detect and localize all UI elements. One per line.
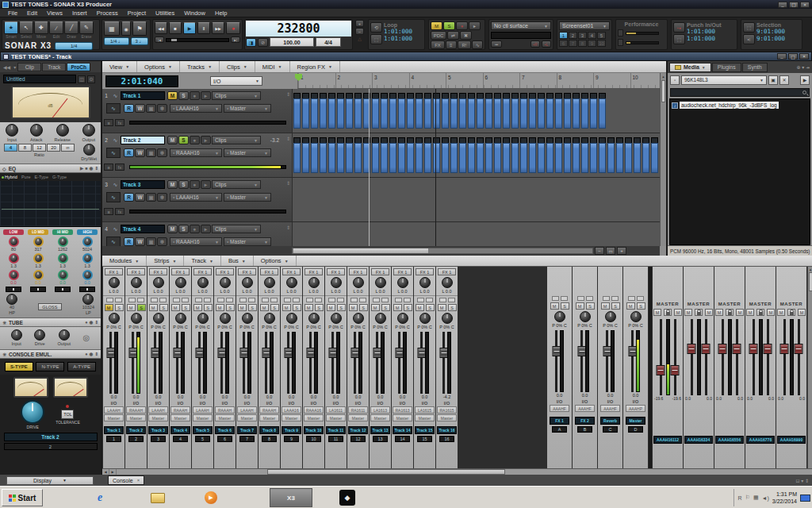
input-echo-button[interactable]: ▸ [201, 180, 211, 189]
rewind-button[interactable]: ◀◀ [155, 22, 167, 34]
send-pan-knob[interactable] [331, 277, 342, 288]
audio-clip[interactable] [407, 137, 414, 173]
track-view-vscrollbar[interactable]: ▲ [660, 73, 666, 246]
zoom-fit-button[interactable]: ▭ [606, 247, 615, 255]
metronome-toggle[interactable]: ◨ [246, 38, 256, 47]
input-dropdown[interactable]: ▫ RAAAH16▼ [170, 148, 222, 157]
audio-clip[interactable] [485, 93, 492, 129]
audio-clip[interactable] [337, 93, 344, 129]
fader-cap[interactable] [657, 365, 665, 375]
fx-bin-button[interactable]: ▣ [146, 193, 156, 202]
phase-button[interactable] [239, 298, 247, 302]
audio-clip[interactable] [398, 93, 405, 129]
console-track-strip[interactable]: FX 1L 0.0MSP 0% C0.0I/ORA1611MasterTrack… [347, 267, 369, 468]
tube-output-knob[interactable] [59, 329, 70, 341]
automation-write-button[interactable]: W [135, 148, 145, 157]
strip-solo-button[interactable]: S [561, 302, 569, 310]
track-name-field[interactable]: Track 1 [121, 91, 165, 100]
send-pan-knob[interactable] [153, 277, 164, 288]
console-menu-bus[interactable]: Bus▼ [221, 256, 254, 266]
audio-clip[interactable] [433, 93, 440, 129]
strip-input-button[interactable]: AAAHP [626, 405, 645, 412]
strip-input-button[interactable]: RA1615 [437, 406, 457, 414]
time-plus-button[interactable]: + [355, 20, 364, 27]
menu-help[interactable]: Help [210, 10, 232, 17]
hscroll-thumb[interactable] [293, 248, 428, 253]
audio-clip[interactable] [651, 137, 658, 173]
left-mute-button[interactable]: M [653, 309, 661, 316]
strip-solo-button[interactable]: S [586, 302, 595, 310]
folder-icon[interactable] [151, 493, 165, 503]
screenset-2[interactable]: 2 [569, 32, 577, 39]
file-list-item[interactable]: ♪ audiocheck.net_hdchirp_96k_-3dBFS_log [672, 102, 808, 109]
maximize-button[interactable]: ▢ [789, 2, 799, 8]
record-arm-button[interactable]: R [124, 193, 134, 202]
browser-tab-synth[interactable]: Synth [742, 63, 768, 72]
phase-button[interactable] [328, 298, 335, 302]
track-view-now-time[interactable]: 2:01:040 [105, 75, 178, 87]
strip-mute-button[interactable]: M [416, 304, 424, 311]
audio-clip[interactable] [494, 93, 501, 129]
audio-clip[interactable] [311, 93, 318, 129]
console-track-strip[interactable]: FX 1L 0.0MSP 0% C0.0I/OLAAAHMasterTrack … [103, 267, 124, 468]
console-hscroll-thumb[interactable] [267, 469, 505, 475]
clip-lane[interactable] [292, 133, 660, 177]
eq-tab-g-type[interactable]: G-Type [52, 175, 67, 179]
phase-button[interactable] [195, 298, 202, 302]
tempo-display[interactable]: 100.00 [270, 37, 314, 47]
right-fader[interactable] [798, 319, 800, 395]
tube-module-header[interactable]: ✳TUBE ●◉⇕ [0, 318, 101, 327]
expand-icon[interactable]: ⇕ [286, 136, 290, 141]
eq-freq-knob[interactable] [9, 237, 19, 247]
left-mute-button[interactable]: M [746, 309, 754, 316]
fader-cap[interactable] [780, 344, 789, 354]
fader-cap[interactable] [749, 344, 758, 354]
menu-insert[interactable]: Insert [67, 10, 92, 17]
selection-from-time[interactable]: 9:01:000 [756, 28, 785, 35]
phase-button[interactable] [306, 298, 313, 302]
ratio-4-button[interactable]: 4 [4, 144, 17, 152]
audio-clip[interactable] [625, 137, 632, 173]
solo-button[interactable]: S [178, 136, 189, 144]
console-track-strip[interactable]: FX 1L 0.0MSP 0% C0.0I/OLA1611MasterTrack… [325, 267, 347, 468]
audio-clip[interactable] [573, 137, 580, 173]
audio-clip[interactable] [520, 93, 527, 129]
audio-clip[interactable] [337, 137, 344, 173]
left-fader[interactable] [753, 319, 755, 395]
screenset-8[interactable]: 8 [578, 40, 587, 47]
punch-out-time[interactable]: 1:01:000 [687, 35, 722, 42]
fx-send-slot[interactable]: FX 1 [149, 268, 167, 275]
console-menu-options[interactable]: Options▼ [254, 256, 297, 266]
audio-clip[interactable] [459, 137, 466, 173]
strip-input-button[interactable]: LAAAH [193, 406, 213, 414]
right-fader[interactable] [705, 319, 707, 395]
fx-send-slot[interactable]: FX 1 [127, 268, 145, 275]
console-track-strip[interactable]: FX 1L 0.0MSP 0% C0.0I/OLA1613MasterTrack… [370, 267, 391, 468]
channel-fader[interactable] [287, 332, 289, 394]
track-view-hscrollbar[interactable]: − ▭ + [102, 246, 660, 256]
strip-output-button[interactable]: Master [282, 414, 301, 421]
track-menu-view[interactable]: View▼ [102, 61, 137, 72]
phase-button[interactable] [173, 298, 180, 302]
strip-mute-button[interactable]: M [216, 304, 224, 311]
vscroll-thumb[interactable] [661, 80, 665, 102]
strip-output-button[interactable]: Master [170, 414, 190, 421]
console-bus-strip[interactable]: MSP 0% C0.0I/OAAAHFFX 1A [547, 267, 572, 468]
audio-clip[interactable] [389, 93, 396, 129]
audio-clip[interactable] [407, 93, 414, 129]
console-track-strip[interactable]: FX 1L 0.0MSP 0% C0.0I/OLAAAHMasterTrack … [192, 267, 213, 468]
audio-clip[interactable] [293, 137, 301, 173]
strip-mute-button[interactable]: M [576, 302, 584, 310]
strip-mute-button[interactable]: M [349, 304, 358, 311]
strip-solo-button[interactable]: S [359, 304, 368, 311]
snap-grid-button[interactable]: ▦ [104, 21, 120, 36]
audio-clip[interactable] [529, 137, 536, 173]
menu-views[interactable]: Views [42, 10, 67, 17]
strip-pan-knob[interactable] [109, 313, 120, 324]
menu-project[interactable]: Project [123, 10, 151, 17]
mute-button[interactable]: M [167, 91, 178, 100]
audio-clip[interactable] [450, 93, 458, 129]
strip-input-button[interactable]: RA1611 [348, 406, 368, 414]
fx-send-slot[interactable]: FX 1 [416, 268, 434, 275]
clips-dropdown[interactable]: Clips▼ [212, 180, 261, 189]
